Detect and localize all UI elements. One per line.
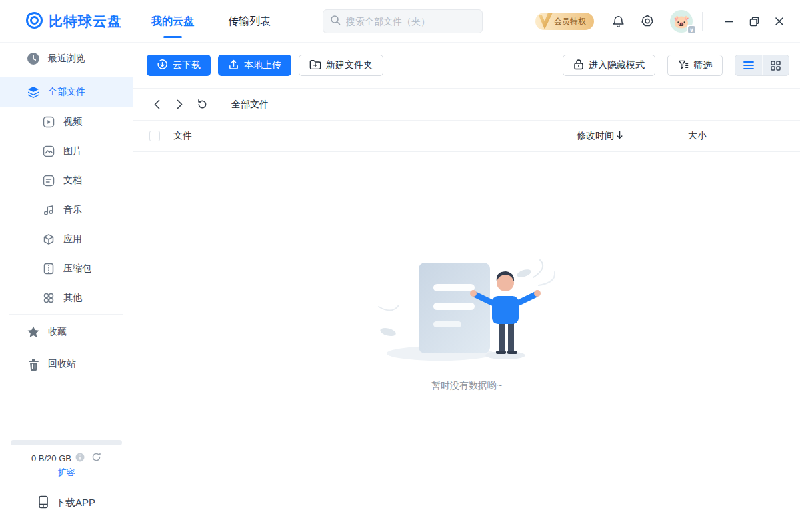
tab-my-drive[interactable]: 我的云盘 [151, 0, 194, 43]
close-button[interactable] [770, 12, 789, 31]
minimize-button[interactable] [719, 12, 738, 31]
tab-transfer-list[interactable]: 传输列表 [228, 0, 271, 43]
sidebar-item-label: 压缩包 [63, 263, 91, 275]
column-file: 文件 [173, 130, 192, 142]
sidebar-item-recycle-bin[interactable]: 回收站 [0, 348, 133, 380]
search-icon [330, 15, 341, 28]
sidebar-item-label: 回收站 [48, 358, 76, 370]
vip-badge[interactable]: 会员特权 [535, 13, 594, 30]
storage-panel: 0 B/20 GB 扩容 下载APP [0, 425, 133, 532]
folder-plus-icon [309, 59, 321, 72]
cloud-download-label: 云下载 [173, 59, 201, 71]
sidebar-item-favorites[interactable]: 收藏 [0, 316, 133, 348]
table-header: 文件 修改时间 大小 [133, 121, 800, 152]
new-folder-label: 新建文件夹 [326, 59, 373, 71]
settings-icon[interactable] [639, 13, 655, 29]
breadcrumb: 全部文件 [133, 89, 800, 121]
hidden-mode-label: 进入隐藏模式 [589, 59, 645, 71]
back-icon[interactable] [151, 99, 163, 111]
other-grid-icon [42, 291, 55, 305]
sidebar-item-label: 其他 [63, 292, 82, 304]
cloud-download-icon [157, 59, 168, 72]
app-logo: 比特球云盘 [25, 0, 122, 43]
sidebar-item-app[interactable]: 应用 [0, 225, 133, 254]
select-all-checkbox[interactable] [149, 131, 160, 141]
new-folder-button[interactable]: 新建文件夹 [299, 55, 383, 76]
forward-icon[interactable] [173, 99, 185, 111]
sidebar-item-recent[interactable]: 最近浏览 [0, 44, 133, 73]
search-box[interactable] [323, 9, 483, 33]
filter-label: 筛选 [693, 59, 712, 71]
logo-text: 比特球云盘 [49, 12, 122, 31]
sidebar-item-label: 音乐 [63, 204, 82, 216]
list-view-button[interactable] [735, 55, 762, 75]
star-icon [27, 325, 40, 339]
download-app-label: 下载APP [55, 497, 95, 509]
sidebar-item-music[interactable]: 音乐 [0, 195, 133, 225]
sidebar-item-video[interactable]: 视频 [0, 107, 133, 137]
sidebar-item-label: 文档 [63, 175, 82, 187]
sidebar-item-label: 收藏 [48, 326, 67, 338]
app-header: 比特球云盘 我的云盘 传输列表 会员特权 🐷 ∨ [0, 0, 800, 43]
expand-storage-link[interactable]: 扩容 [0, 467, 133, 479]
info-icon[interactable] [75, 453, 85, 464]
grid-view-button[interactable] [762, 55, 789, 75]
sidebar-item-label: 全部文件 [48, 86, 85, 98]
toolbar: 云下载 本地上传 新建文件夹 [133, 43, 800, 89]
upload-icon [228, 59, 239, 72]
header-divider [702, 12, 703, 31]
avatar[interactable]: 🐷 ∨ [670, 10, 693, 33]
sidebar: 最近浏览 全部文件 视频 图片 [0, 43, 133, 532]
empty-state: 暂时没有数据哟~ [133, 152, 800, 532]
local-upload-button[interactable]: 本地上传 [218, 55, 291, 76]
sidebar-item-other[interactable]: 其他 [0, 283, 133, 313]
column-modified[interactable]: 修改时间 [577, 130, 623, 142]
music-icon [42, 203, 55, 217]
hidden-mode-button[interactable]: 进入隐藏模式 [563, 55, 655, 76]
main-content: 云下载 本地上传 新建文件夹 [133, 43, 800, 532]
download-app-button[interactable]: 下载APP [0, 495, 133, 511]
column-modified-label: 修改时间 [577, 130, 614, 142]
local-upload-label: 本地上传 [244, 59, 281, 71]
sidebar-item-image[interactable]: 图片 [0, 137, 133, 166]
vip-v-icon [537, 11, 555, 33]
empty-message: 暂时没有数据哟~ [431, 380, 502, 392]
breadcrumb-divider [219, 99, 219, 110]
phone-icon [37, 495, 49, 511]
app-window: 比特球云盘 我的云盘 传输列表 会员特权 🐷 ∨ [0, 0, 800, 532]
image-icon [42, 145, 55, 158]
document-icon [42, 174, 55, 187]
restore-button[interactable] [745, 12, 763, 31]
column-size: 大小 [688, 130, 707, 142]
sidebar-item-label: 视频 [63, 116, 82, 128]
view-toggle [735, 55, 789, 76]
search-input[interactable] [346, 16, 475, 27]
cloud-download-button[interactable]: 云下载 [147, 55, 211, 76]
lock-icon [573, 59, 584, 72]
avatar-vip-badge-icon: ∨ [687, 25, 697, 35]
clock-icon [27, 52, 40, 65]
breadcrumb-current[interactable]: 全部文件 [231, 99, 269, 111]
storage-usage-text: 0 B/20 GB [31, 453, 71, 463]
trash-icon [27, 357, 40, 371]
storage-progress-bar [11, 440, 122, 445]
sidebar-item-all-files[interactable]: 全部文件 [0, 77, 133, 107]
sidebar-item-label: 最近浏览 [48, 53, 85, 65]
refresh-icon[interactable] [196, 99, 208, 111]
sidebar-item-zip[interactable]: 压缩包 [0, 254, 133, 283]
sidebar-divider [9, 314, 123, 315]
sidebar-item-label: 应用 [63, 233, 82, 245]
filter-icon [678, 59, 689, 72]
filter-button[interactable]: 筛选 [667, 55, 723, 76]
sidebar-item-doc[interactable]: 文档 [0, 166, 133, 195]
empty-illustration [373, 259, 560, 365]
vip-badge-label: 会员特权 [554, 16, 586, 27]
layers-icon [27, 85, 40, 99]
sidebar-divider [9, 75, 123, 75]
sort-desc-icon [617, 131, 623, 141]
video-icon [42, 115, 55, 129]
logo-icon [25, 11, 43, 32]
refresh-storage-icon[interactable] [91, 452, 101, 464]
notification-bell-icon[interactable] [610, 13, 626, 29]
zip-icon [42, 262, 55, 275]
